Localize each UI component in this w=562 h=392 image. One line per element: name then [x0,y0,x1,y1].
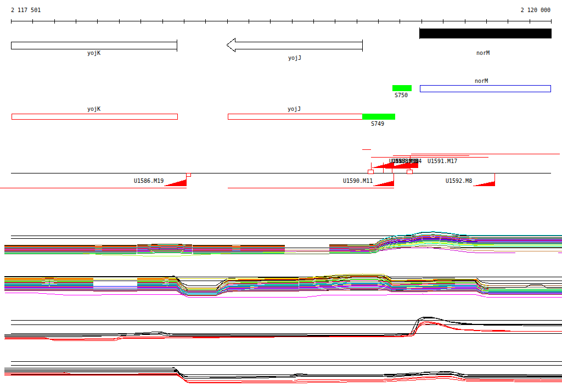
probe-U1592-label: U1592.M8 [446,178,472,184]
ruler-end-label: 2 120 000 [521,7,550,13]
segment-norM-box [420,85,550,92]
gene-yojJ-label: yojJ [288,55,301,61]
orf-yojJ-box [228,114,362,119]
gene-norM-label: norM [476,50,490,56]
probe-U1590-ramp [372,181,394,186]
orf-yojJ-label: yojJ [288,106,301,112]
segment-S749-label: S749 [371,121,384,127]
probe-U1586-label: U1586.M19 [134,178,164,184]
coordinate-ruler [11,19,551,24]
gene-yojK-box [11,42,177,49]
segment-S749-box [362,114,395,120]
ruler-start-label: 2 117 501 [11,7,41,13]
probe-track [0,149,560,188]
probe-marker-square [368,170,373,173]
gene-annotation-track [11,27,551,52]
expression-profile-tracks [4,232,562,383]
segment-S750-label: S750 [395,92,408,98]
probe-cluster-label: U1589.M4 [395,158,422,164]
probe-marker-square [407,170,412,173]
orf-yojK-box [12,114,177,119]
gene-yojK-label: yojK [87,50,100,56]
genome-browser-canvas: 2 117 501 2 120 000 yojK yojJ norM norM … [0,0,562,392]
probe-U1586-square [186,173,190,176]
profile-track-4-series [4,369,562,377]
profile-track-2-series [4,293,562,298]
gene-yojJ-arrow [227,38,362,52]
segment-annotation-track [12,85,550,120]
probe-cluster-label: U1591.M17 [428,158,457,164]
segment-S750-box [392,85,412,91]
genome-browser-viewport: 2 117 501 2 120 000 yojK yojJ norM norM … [0,0,562,392]
segment-norM-label: norM [475,78,488,84]
gene-norM-box [419,29,551,38]
profile-track-3-series [4,323,562,339]
probe-U1590-label: U1590.M11 [343,178,373,184]
orf-yojK-label: yojK [87,106,100,112]
probe-U1586-ramp [163,180,186,186]
probe-U1592-ramp [472,181,495,186]
profile-track-3-series [4,318,562,337]
